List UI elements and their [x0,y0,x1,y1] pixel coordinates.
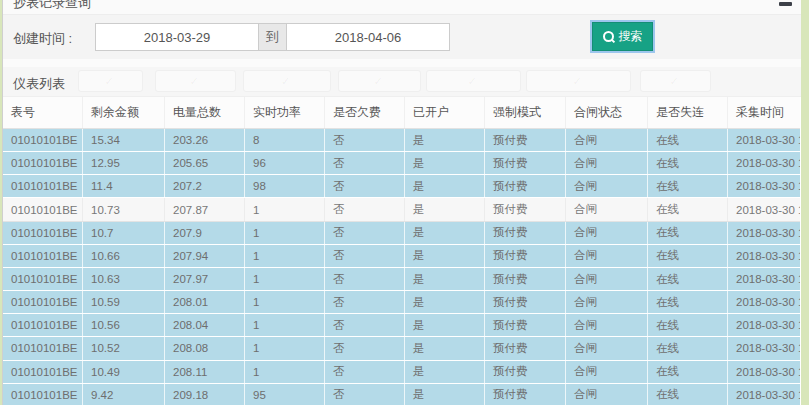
ghost-action-button[interactable]: ✓ [338,70,421,92]
table-cell: 203.26 [165,129,245,151]
table-cell: 2018-03-30 15:1 [728,245,800,267]
table-cell: 否 [325,291,405,313]
table-cell: 合闸 [566,291,648,313]
table-cell: 208.08 [165,337,245,359]
table-cell: 否 [325,175,405,197]
collapse-minus-icon[interactable] [779,2,792,6]
column-header: 强制模式 [485,97,566,128]
table-cell: 95 [245,384,325,405]
table-cell: 10.56 [83,314,165,336]
ghost-action-button[interactable]: ✓ [640,70,711,92]
check-icon: ✓ [373,75,382,88]
table-cell: 01010101BE [3,152,83,174]
table-cell: 10.63 [83,268,165,290]
column-header: 合闸状态 [566,97,648,128]
table-cell: 207.94 [165,245,245,267]
table-cell: 预付费 [485,152,566,174]
ghost-action-button[interactable]: ✓ [526,70,631,92]
table-cell: 预付费 [485,384,566,405]
table-cell: 01010101BE [3,361,83,383]
table-cell: 在线 [648,245,728,267]
table-cell: 预付费 [485,337,566,359]
column-header: 实时功率 [245,97,325,128]
table-cell: 合闸 [566,129,648,151]
table-cell: 208.01 [165,291,245,313]
table-row[interactable]: 01010101BE10.56208.041否是预付费合闸在线2018-03-3… [3,314,800,337]
table-row[interactable]: 01010101BE10.66207.941否是预付费合闸在线2018-03-3… [3,245,800,268]
table-row[interactable]: 01010101BE10.7207.91否是预付费合闸在线2018-03-30 … [3,222,800,245]
table-cell: 是 [405,268,485,290]
table-cell: 预付费 [485,198,566,220]
table-cell: 在线 [648,337,728,359]
table-cell: 是 [405,314,485,336]
table-cell: 9.42 [83,384,165,405]
table-cell: 合闸 [566,152,648,174]
table-cell: 否 [325,129,405,151]
table-cell: 2018-03-30 15:1 [728,129,800,151]
table-cell: 是 [405,245,485,267]
table-cell: 8 [245,129,325,151]
table-cell: 1 [245,291,325,313]
table-header-row: 表号剩余金额电量总数实时功率是否欠费已开户强制模式合闸状态是否失连采集时间 [3,97,800,129]
table-cell: 否 [325,222,405,244]
table-cell: 1 [245,268,325,290]
table-row[interactable]: 01010101BE10.49208.111否是预付费合闸在线2018-03-3… [3,361,800,384]
column-header: 采集时间 [728,97,800,128]
table-cell: 是 [405,198,485,220]
table-cell: 在线 [648,198,728,220]
meter-list-title: 仪表列表 [13,75,65,93]
table-cell: 208.04 [165,314,245,336]
table-cell: 2018-03-30 15:1 [728,291,800,313]
ghost-action-button[interactable]: ✓ [243,70,331,92]
check-icon: ✓ [104,75,113,88]
table-row[interactable]: 01010101BE10.59208.011否是预付费合闸在线2018-03-3… [3,291,800,314]
search-button-label: 搜索 [619,28,643,45]
table-cell: 是 [405,152,485,174]
table-cell: 10.7 [83,222,165,244]
table-cell: 预付费 [485,245,566,267]
table-cell: 2018-03-30 15:1 [728,384,800,405]
ghost-action-button[interactable]: ✓ [78,70,143,92]
table-row[interactable]: 01010101BE11.4207.298否是预付费合闸在线2018-03-30… [3,175,800,198]
create-time-label: 创建时间 : [13,30,72,48]
table-cell: 是 [405,384,485,405]
date-to-input[interactable] [287,24,449,50]
check-icon: ✓ [189,75,198,88]
table-cell: 10.59 [83,291,165,313]
table-cell: 否 [325,337,405,359]
search-button[interactable]: 搜索 [592,22,653,51]
ghost-action-button[interactable]: ✓ [426,70,521,92]
table-row[interactable]: 01010101BE10.52208.081否是预付费合闸在线2018-03-3… [3,337,800,360]
table-cell: 01010101BE [3,129,83,151]
table-cell: 1 [245,337,325,359]
table-cell: 10.66 [83,245,165,267]
table-cell: 否 [325,245,405,267]
table-cell: 合闸 [566,222,648,244]
table-cell: 01010101BE [3,198,83,220]
date-from-input[interactable] [96,24,258,50]
table-cell: 在线 [648,222,728,244]
table-cell: 合闸 [566,384,648,405]
table-cell: 预付费 [485,314,566,336]
table-cell: 预付费 [485,268,566,290]
table-cell: 2018-03-30 15:1 [728,222,800,244]
table-cell: 合闸 [566,361,648,383]
table-row[interactable]: 01010101BE12.95205.6596否是预付费合闸在线2018-03-… [3,152,800,175]
table-row[interactable]: 01010101BE10.63207.971否是预付费合闸在线2018-03-3… [3,268,800,291]
check-icon: ✓ [467,75,476,88]
table-cell: 否 [325,361,405,383]
table-cell: 1 [245,198,325,220]
table-row[interactable]: 01010101BE15.34203.268否是预付费合闸在线2018-03-3… [3,129,800,152]
ghost-action-button[interactable]: ✓ [155,70,236,92]
column-header: 是否失连 [648,97,728,128]
table-row[interactable]: 01010101BE9.42209.1895否是预付费合闸在线2018-03-3… [3,384,800,405]
check-icon: ✓ [281,75,290,88]
table-cell: 2018-03-30 15:1 [728,361,800,383]
table-cell: 预付费 [485,129,566,151]
table-cell: 1 [245,222,325,244]
table-cell: 是 [405,291,485,313]
table-row[interactable]: 01010101BE10.73207.871否是预付费合闸在线2018-03-3… [3,198,800,221]
table-cell: 1 [245,245,325,267]
table-cell: 在线 [648,314,728,336]
table-cell: 预付费 [485,175,566,197]
